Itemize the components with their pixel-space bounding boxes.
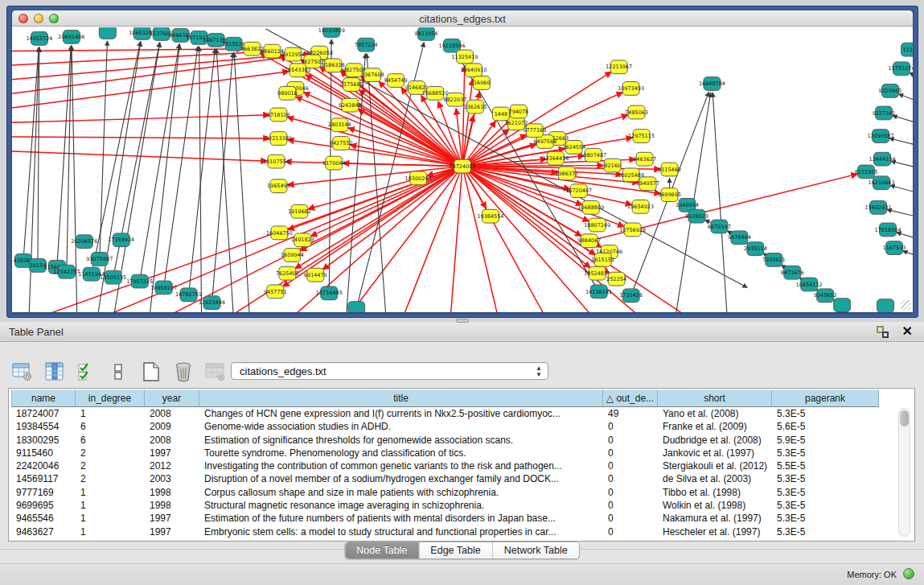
network-window-frame[interactable]: citations_edges.txt 14055724206914061065… xyxy=(6,6,918,318)
graph-node[interactable] xyxy=(877,299,894,312)
table-row[interactable]: 1456911722003Disruption of a novel membe… xyxy=(11,472,879,485)
graph-node[interactable]: 20691406 xyxy=(58,30,84,43)
graph-edge[interactable] xyxy=(140,44,179,282)
graph-node[interactable]: 9242848 xyxy=(339,98,362,112)
graph-node[interactable]: 7932621 xyxy=(762,253,786,267)
graph-node[interactable]: 6679197 xyxy=(708,220,731,233)
graph-node[interactable]: 16648784 xyxy=(699,77,725,91)
graph-node[interactable]: 9474444 xyxy=(728,231,751,245)
splitter-handle[interactable] xyxy=(456,319,469,323)
graph-node[interactable]: 9170044 xyxy=(322,156,346,170)
graph-node[interactable]: 8813054 xyxy=(415,27,438,40)
graph-node[interactable]: 16960 xyxy=(473,76,490,90)
graph-edge[interactable] xyxy=(12,49,243,51)
graph-node[interactable]: 9245652 xyxy=(814,289,837,303)
graph-node[interactable]: 6914479 xyxy=(304,268,327,282)
graph-node[interactable]: 17359924 xyxy=(108,233,134,247)
graph-edge[interactable] xyxy=(164,47,198,288)
graph-node[interactable]: 1491823 xyxy=(291,233,314,247)
graph-node[interactable]: 10756928 xyxy=(619,223,646,237)
table-selector-dropdown[interactable]: citations_edges.txt ▲▼ xyxy=(231,362,548,380)
column-header-name[interactable]: name xyxy=(11,389,76,407)
graph-node[interactable] xyxy=(348,302,365,312)
graph-edge[interactable] xyxy=(296,97,462,167)
graph-node[interactable]: 7857224 xyxy=(355,38,378,51)
graph-edge[interactable] xyxy=(234,53,249,312)
graph-node[interactable]: 2935114 xyxy=(744,242,767,256)
graph-node[interactable]: 1167533 xyxy=(883,241,906,255)
graph-node[interactable]: 12975115 xyxy=(628,130,655,143)
graph-edge[interactable] xyxy=(890,185,913,194)
delete-table-icon[interactable] xyxy=(172,360,195,383)
network-canvas[interactable]: 1405572420691406106532871527602646616010… xyxy=(12,27,913,312)
graph-node[interactable]: 9457751 xyxy=(264,285,287,299)
graph-node[interactable]: 2367608 xyxy=(361,68,384,82)
graph-node[interactable]: 1362615 xyxy=(464,100,487,113)
graph-node[interactable]: 9115460 xyxy=(658,163,681,176)
graph-node[interactable]: 17016504 xyxy=(875,223,901,237)
graph-node[interactable]: 1733426 xyxy=(619,289,643,303)
graph-node[interactable]: 10107554 xyxy=(263,154,290,168)
graph-edge[interactable] xyxy=(450,167,462,312)
window-resize-grip[interactable] xyxy=(901,300,911,311)
table-row[interactable]: 1830029562008Estimation of significance … xyxy=(11,434,879,447)
table-scrollbar-thumb[interactable] xyxy=(900,410,909,426)
table-row[interactable]: 946362711997Embryonic stem cells: a mode… xyxy=(11,525,879,538)
graph-edge[interactable] xyxy=(310,167,462,237)
graph-node[interactable]: 16033809 xyxy=(318,27,345,37)
graph-node[interactable]: 8427552 xyxy=(330,137,353,150)
graph-node[interactable]: 9329965 xyxy=(879,84,902,98)
row-height-icon[interactable] xyxy=(108,360,130,383)
graph-edge[interactable] xyxy=(23,47,39,261)
graph-node[interactable]: 10958107 xyxy=(150,281,177,295)
graph-node[interactable]: 93975887 xyxy=(86,253,113,266)
graph-node[interactable]: 14136141 xyxy=(585,285,612,299)
graph-edge[interactable] xyxy=(897,233,913,241)
graph-node[interactable]: 14055724 xyxy=(26,31,52,45)
select-attributes-icon[interactable] xyxy=(76,360,98,383)
graph-node[interactable]: 15692931 xyxy=(865,200,892,214)
column-header-year[interactable]: year xyxy=(145,389,199,407)
graph-node[interactable]: 15751074 xyxy=(889,62,913,76)
float-panel-icon[interactable] xyxy=(877,326,889,338)
column-header-title[interactable]: title xyxy=(199,389,603,407)
graph-node[interactable]: 12213967 xyxy=(606,60,632,74)
tab-node-table[interactable]: Node Table xyxy=(345,542,419,558)
table-row[interactable]: 946554611997Estimation of the future num… xyxy=(11,512,879,525)
graph-node[interactable]: 794078 xyxy=(509,105,529,118)
table-row[interactable]: 977716911998Corpus callosum shape and si… xyxy=(11,486,879,499)
graph-node[interactable]: 252254 xyxy=(606,272,626,286)
graph-edge[interactable] xyxy=(212,53,233,303)
graph-node[interactable]: 19654923 xyxy=(627,200,654,213)
graph-edge[interactable] xyxy=(358,109,462,167)
graph-node[interactable]: 2718126 xyxy=(267,108,290,122)
graph-node[interactable]: 1615152 xyxy=(591,253,614,267)
graph-node[interactable]: 17957225 xyxy=(126,274,153,288)
graph-node[interactable]: 9860124 xyxy=(261,44,284,58)
graph-node[interactable] xyxy=(834,299,851,312)
graph-node[interactable]: 1448 xyxy=(492,107,509,121)
graph-node[interactable]: 1609944 xyxy=(281,249,304,262)
graph-edge[interactable] xyxy=(100,41,108,259)
graph-edge[interactable] xyxy=(348,128,462,167)
graph-node[interactable]: 9463627 xyxy=(633,152,656,166)
graph-node[interactable]: 8938923 xyxy=(685,209,708,223)
network-graph[interactable]: 1405572420691406106532871527602646616010… xyxy=(12,27,913,312)
graph-node[interactable]: 9884067 xyxy=(577,234,601,248)
tab-edge-table[interactable]: Edge Table xyxy=(419,542,492,558)
graph-node[interactable]: 15716485 xyxy=(316,286,343,300)
graph-node[interactable]: 1112 xyxy=(901,43,913,56)
graph-edge[interactable] xyxy=(893,116,913,125)
graph-edge[interactable] xyxy=(462,167,547,312)
column-header-pagerank[interactable]: pagerank xyxy=(772,389,879,407)
graph-node[interactable]: 82160 xyxy=(604,159,621,172)
graph-node[interactable]: 989018 xyxy=(277,86,298,100)
graph-node[interactable]: 10688809 xyxy=(577,200,604,214)
graph-node[interactable]: 12444134 xyxy=(869,152,896,166)
graph-edge[interactable] xyxy=(713,93,727,312)
graph-node[interactable]: 8186328 xyxy=(322,59,345,72)
table-scrollbar[interactable] xyxy=(898,408,910,537)
graph-edge[interactable] xyxy=(902,251,913,257)
graph-node[interactable]: 2803144 xyxy=(328,118,351,132)
graph-edge[interactable] xyxy=(12,115,269,123)
